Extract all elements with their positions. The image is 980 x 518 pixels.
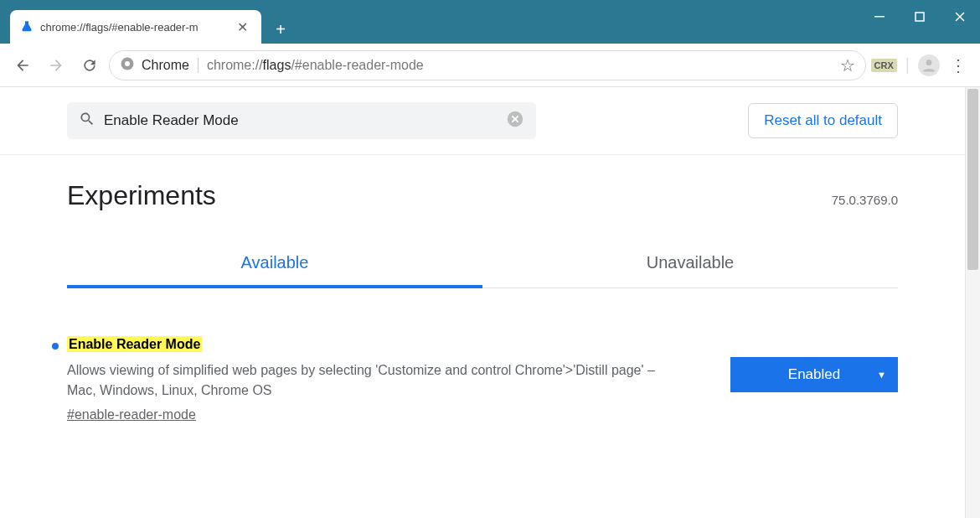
svg-rect-1 [916, 13, 924, 21]
flag-text-block: Enable Reader Mode Allows viewing of sim… [67, 337, 705, 422]
chrome-icon [120, 56, 135, 75]
toolbar: Chrome chrome://flags/#enable-reader-mod… [0, 44, 980, 87]
search-input[interactable] [104, 112, 498, 129]
profile-avatar[interactable] [918, 54, 940, 76]
tabs-row: Available Unavailable [67, 241, 898, 288]
svg-point-3 [125, 61, 130, 66]
flask-icon [20, 20, 34, 34]
scrollbar-thumb[interactable] [967, 89, 978, 270]
reload-button[interactable] [75, 51, 104, 80]
svg-point-4 [926, 60, 932, 65]
flag-row: Enable Reader Mode Allows viewing of sim… [67, 337, 898, 422]
content-area: Reset all to default Experiments 75.0.37… [0, 87, 980, 518]
titlebar: chrome://flags/#enable-reader-m ✕ + [0, 0, 980, 44]
menu-button[interactable]: ⋮ [945, 55, 972, 75]
experiments-header: Experiments 75.0.3769.0 [67, 180, 898, 211]
url-text: chrome://flags/#enable-reader-mode [207, 58, 424, 73]
svg-rect-0 [874, 16, 885, 18]
tab-available[interactable]: Available [67, 241, 482, 287]
browser-window: chrome://flags/#enable-reader-m ✕ + [0, 0, 980, 518]
page-content: Reset all to default Experiments 75.0.37… [0, 87, 965, 518]
address-bar[interactable]: Chrome chrome://flags/#enable-reader-mod… [109, 50, 866, 80]
vertical-scrollbar[interactable] [965, 87, 980, 518]
flag-title: Enable Reader Mode [67, 337, 705, 352]
flag-state-value: Enabled [788, 366, 840, 383]
forward-button[interactable] [42, 51, 70, 80]
search-icon [79, 111, 95, 131]
close-icon[interactable]: ✕ [234, 19, 251, 35]
back-button[interactable] [8, 51, 37, 80]
origin-chip: Chrome [142, 58, 199, 73]
flag-state-select[interactable]: Enabled [730, 357, 898, 392]
close-window-button[interactable] [940, 0, 980, 34]
tab-unavailable[interactable]: Unavailable [482, 241, 898, 287]
extension-badge[interactable]: CRX [871, 59, 897, 72]
star-icon[interactable]: ☆ [840, 55, 855, 75]
modified-indicator-icon [52, 343, 59, 350]
tab-strip: chrome://flags/#enable-reader-m ✕ + [0, 0, 295, 44]
tab-title: chrome://flags/#enable-reader-m [40, 21, 227, 34]
reset-all-button[interactable]: Reset all to default [748, 103, 898, 138]
new-tab-button[interactable]: + [266, 15, 295, 44]
browser-tab[interactable]: chrome://flags/#enable-reader-m ✕ [10, 10, 261, 44]
minimize-button[interactable] [859, 0, 900, 34]
flags-search-box[interactable] [67, 102, 536, 139]
page-title: Experiments [67, 180, 216, 211]
flag-description: Allows viewing of simplified web pages b… [67, 360, 670, 401]
window-controls [859, 0, 980, 44]
search-row: Reset all to default [0, 87, 965, 155]
maximize-button[interactable] [900, 0, 940, 34]
toolbar-divider: | [902, 55, 913, 75]
clear-search-icon[interactable] [506, 110, 524, 132]
version-label: 75.0.3769.0 [832, 193, 898, 207]
flag-anchor-link[interactable]: #enable-reader-mode [67, 407, 196, 422]
page-body: Experiments 75.0.3769.0 Available Unavai… [0, 155, 965, 422]
